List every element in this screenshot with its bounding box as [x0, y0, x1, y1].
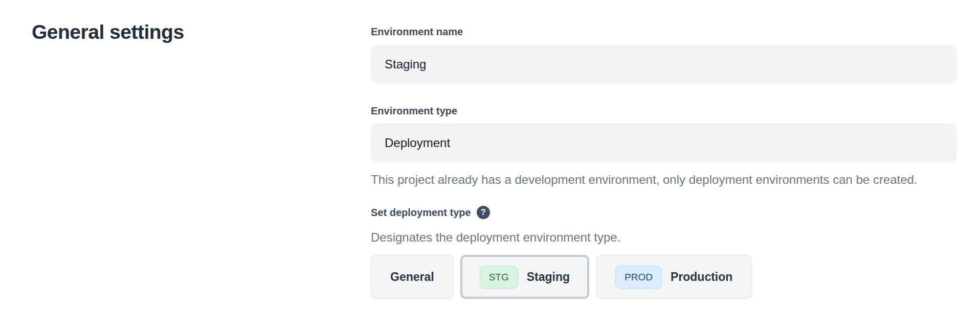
production-badge: PROD: [615, 266, 662, 289]
deployment-type-option-production[interactable]: PROD Production: [596, 255, 752, 299]
deployment-type-option-production-label: Production: [671, 270, 732, 284]
deployment-type-option-general[interactable]: General: [371, 255, 454, 299]
environment-type-input[interactable]: [371, 124, 956, 162]
deployment-type-description: Designates the deployment environment ty…: [371, 230, 956, 245]
deployment-type-label-row: Set deployment type ?: [371, 206, 956, 219]
deployment-type-option-staging[interactable]: STG Staging: [460, 255, 589, 299]
general-settings-page: General settings Environment name Enviro…: [0, 0, 980, 299]
page-title: General settings: [32, 21, 371, 43]
environment-type-label: Environment type: [371, 105, 956, 117]
question-mark-icon[interactable]: ?: [477, 206, 490, 219]
deployment-type-option-general-label: General: [390, 270, 434, 284]
deployment-type-options: General STG Staging PROD Production: [371, 255, 956, 299]
environment-settings-form: Environment name Environment type This p…: [371, 18, 956, 299]
staging-badge: STG: [480, 266, 518, 289]
environment-type-helper-text: This project already has a development e…: [371, 170, 933, 189]
deployment-type-label: Set deployment type: [371, 206, 471, 219]
title-column: General settings: [32, 18, 371, 299]
deployment-type-option-staging-label: Staging: [527, 270, 570, 284]
environment-name-input[interactable]: [371, 45, 956, 83]
environment-name-label: Environment name: [371, 26, 956, 38]
